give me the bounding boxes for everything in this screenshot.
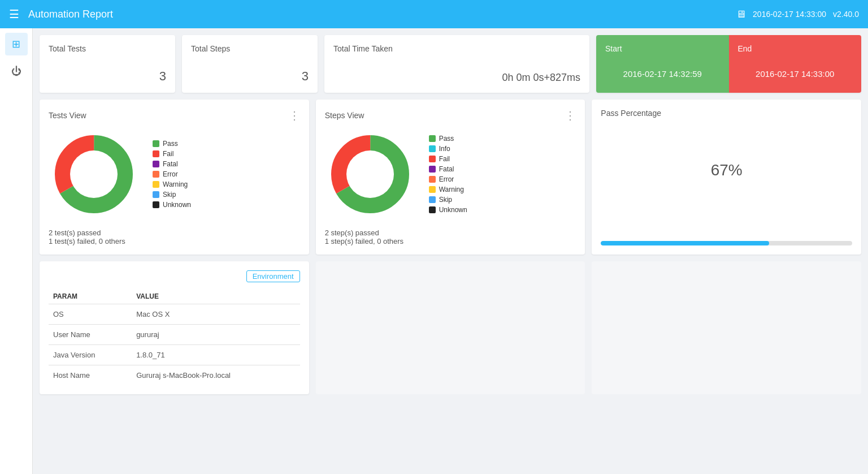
- env-header: Environment: [49, 270, 300, 282]
- tests-view-card: Tests View ⋮: [40, 100, 309, 255]
- steps-footer-line2: 1 step(s) failed, 0 others: [325, 237, 576, 245]
- steps-view-body: Pass Info Fail Fatal: [325, 129, 576, 219]
- env-param-cell: Java Version: [49, 345, 132, 365]
- fatal-label: Fatal: [163, 160, 178, 168]
- placeholder-card-1: [316, 261, 585, 394]
- progress-bar-fill: [601, 241, 769, 245]
- env-row: Environment PARAM VALUE OSMac OS XUser N…: [40, 261, 861, 394]
- svg-point-2: [70, 150, 118, 198]
- steps-legend-fatal: Fatal: [429, 165, 467, 173]
- tests-view-menu[interactable]: ⋮: [289, 109, 300, 122]
- sidebar-item-dashboard[interactable]: ⊞: [5, 33, 28, 55]
- header-right: 🖥 2016-02-17 14:33:00 v2.40.0: [736, 8, 859, 20]
- environment-card: Environment PARAM VALUE OSMac OS XUser N…: [40, 261, 309, 394]
- header-datetime: 2016-02-17 14:33:00: [753, 10, 826, 19]
- pass-dot: [153, 140, 159, 147]
- tests-donut-svg: [49, 129, 139, 219]
- unknown-dot: [153, 201, 159, 208]
- total-steps-card: Total Steps 3: [182, 35, 318, 93]
- legend-fatal: Fatal: [153, 160, 191, 168]
- legend-unknown: Unknown: [153, 201, 191, 209]
- total-steps-label: Total Steps: [191, 44, 309, 53]
- env-value-cell: gururaj: [132, 325, 300, 345]
- env-col-param: PARAM: [49, 289, 132, 304]
- env-col-value: VALUE: [132, 289, 300, 304]
- steps-view-legend: Pass Info Fail Fatal: [429, 135, 467, 214]
- pass-label: Pass: [163, 140, 178, 148]
- error-label: Error: [163, 170, 178, 178]
- error-dot: [153, 171, 159, 178]
- steps-donut: [325, 129, 415, 219]
- steps-error-label: Error: [439, 175, 454, 183]
- steps-legend-pass: Pass: [429, 135, 467, 143]
- pass-percentage-card: Pass Percentage 67%: [592, 100, 861, 255]
- steps-legend-info: Info: [429, 145, 467, 153]
- fail-dot: [153, 150, 159, 157]
- steps-unknown-label: Unknown: [439, 206, 467, 214]
- total-time-value: 0h 0m 0s+827ms: [333, 72, 580, 84]
- placeholder-card-2: [592, 261, 861, 394]
- env-param-cell: User Name: [49, 325, 132, 345]
- fail-label: Fail: [163, 150, 173, 158]
- steps-info-label: Info: [439, 145, 450, 153]
- progress-bar-wrap: [601, 241, 852, 245]
- pass-percentage-title: Pass Percentage: [601, 109, 661, 118]
- tests-footer-line1: 2 test(s) passed: [49, 229, 300, 237]
- tests-footer-line2: 1 test(s) failed, 0 others: [49, 237, 300, 245]
- steps-error-dot: [429, 176, 436, 183]
- start-end-card: Start 2016-02-17 14:32:59 End 2016-02-17…: [596, 35, 861, 93]
- legend-warning: Warning: [153, 180, 191, 188]
- warning-dot: [153, 181, 159, 188]
- charts-row: Tests View ⋮: [40, 100, 861, 255]
- env-table-row: Host NameGururaj s-MacBook-Pro.local: [49, 365, 300, 386]
- total-time-label: Total Time Taken: [333, 44, 580, 53]
- env-param-cell: Host Name: [49, 365, 132, 386]
- svg-point-5: [346, 150, 394, 198]
- steps-warning-label: Warning: [439, 186, 464, 193]
- steps-legend-error: Error: [429, 175, 467, 183]
- legend-pass: Pass: [153, 140, 191, 148]
- steps-legend-skip: Skip: [429, 196, 467, 204]
- tests-view-header: Tests View ⋮: [49, 109, 300, 122]
- steps-view-card: Steps View ⋮ Pass: [316, 100, 585, 255]
- steps-fatal-dot: [429, 166, 436, 173]
- steps-view-menu[interactable]: ⋮: [565, 109, 576, 122]
- total-steps-value: 3: [191, 69, 309, 84]
- tests-donut: [49, 129, 139, 219]
- legend-skip: Skip: [153, 191, 191, 199]
- tests-view-title: Tests View: [49, 111, 86, 120]
- tests-view-legend: Pass Fail Fatal Error: [153, 140, 191, 209]
- menu-icon[interactable]: ☰: [9, 7, 19, 21]
- steps-legend-unknown: Unknown: [429, 206, 467, 214]
- env-value-cell: Gururaj s-MacBook-Pro.local: [132, 365, 300, 386]
- steps-warning-dot: [429, 186, 436, 193]
- sidebar-item-power[interactable]: ⏻: [5, 60, 28, 83]
- env-table: PARAM VALUE OSMac OS XUser NamegururajJa…: [49, 289, 300, 385]
- skip-label: Skip: [163, 191, 176, 199]
- env-table-row: Java Version1.8.0_71: [49, 345, 300, 365]
- legend-error: Error: [153, 170, 191, 178]
- warning-label: Warning: [163, 180, 188, 188]
- monitor-icon: 🖥: [736, 8, 746, 20]
- sidebar: ⊞ ⏻: [0, 28, 33, 474]
- steps-skip-dot: [429, 196, 436, 203]
- end-label: End: [738, 44, 853, 53]
- env-badge: Environment: [246, 270, 300, 282]
- steps-view-footer: 2 step(s) passed 1 step(s) failed, 0 oth…: [325, 229, 576, 245]
- header-version: v2.40.0: [833, 10, 859, 19]
- env-table-row: OSMac OS X: [49, 304, 300, 325]
- env-value-cell: Mac OS X: [132, 304, 300, 325]
- start-value: 2016-02-17 14:32:59: [605, 69, 720, 79]
- header: ☰ Automation Report 🖥 2016-02-17 14:33:0…: [0, 0, 868, 28]
- steps-legend-fail: Fail: [429, 155, 467, 163]
- total-time-card: Total Time Taken 0h 0m 0s+827ms: [324, 35, 589, 93]
- steps-skip-label: Skip: [439, 196, 452, 204]
- steps-view-header: Steps View ⋮: [325, 109, 576, 122]
- legend-fail: Fail: [153, 150, 191, 158]
- start-label: Start: [605, 44, 720, 53]
- env-param-cell: OS: [49, 304, 132, 325]
- main-content: Total Tests 3 Total Steps 3 Total Time T…: [33, 28, 868, 474]
- app-title: Automation Report: [28, 8, 727, 20]
- layout: ⊞ ⏻ Total Tests 3 Total Steps 3 Total Ti…: [0, 28, 868, 474]
- end-value: 2016-02-17 14:33:00: [738, 69, 853, 79]
